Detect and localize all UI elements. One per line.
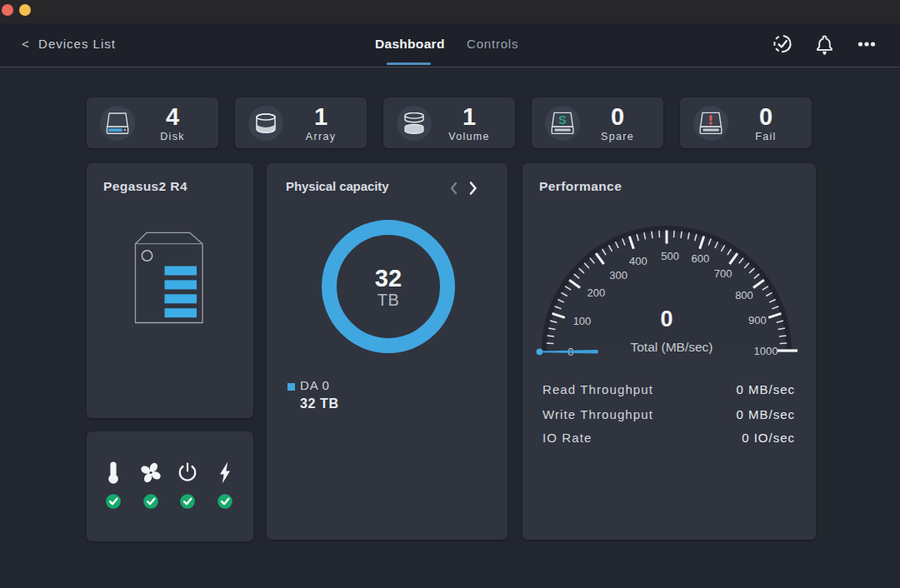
svg-text:800: 800 bbox=[735, 289, 753, 301]
svg-text:S: S bbox=[558, 113, 566, 127]
svg-text:1000: 1000 bbox=[754, 345, 778, 357]
svg-text:0: 0 bbox=[660, 306, 672, 331]
svg-text:400: 400 bbox=[629, 255, 648, 267]
svg-text:600: 600 bbox=[692, 252, 710, 265]
svg-text:200: 200 bbox=[587, 287, 605, 299]
svg-text:100: 100 bbox=[573, 315, 592, 327]
svg-text:500: 500 bbox=[661, 250, 679, 262]
svg-text:900: 900 bbox=[748, 314, 767, 326]
svg-text:300: 300 bbox=[609, 269, 628, 282]
svg-text:Total (MB/sec): Total (MB/sec) bbox=[630, 340, 712, 354]
svg-text:700: 700 bbox=[714, 267, 732, 280]
